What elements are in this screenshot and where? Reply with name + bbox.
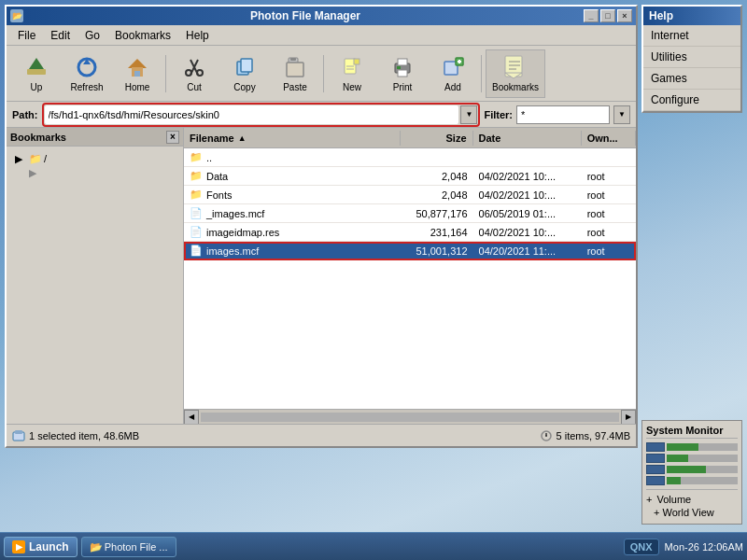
- table-row[interactable]: 📄 _images.mcf 50,877,176 06/05/2019 01:.…: [184, 204, 636, 223]
- taskbar-clock: Mon-26 12:06AM: [665, 541, 743, 553]
- scroll-left-button[interactable]: ◀: [184, 410, 199, 425]
- file-cell-date: 04/02/2021 10:...: [473, 225, 582, 240]
- scroll-right-button[interactable]: ▶: [621, 410, 636, 425]
- close-button[interactable]: ×: [617, 9, 632, 22]
- copy-icon: [232, 54, 258, 80]
- help-item-configure[interactable]: Configure: [643, 90, 740, 111]
- sys-bar-fill-3: [667, 466, 706, 473]
- svg-marker-5: [128, 59, 147, 68]
- sort-arrow-icon: ▲: [238, 133, 247, 143]
- launch-button[interactable]: ▶ Launch: [4, 537, 78, 557]
- col-header-date[interactable]: Date: [473, 131, 582, 146]
- cut-label: Cut: [187, 82, 202, 92]
- svg-rect-24: [398, 70, 407, 77]
- menu-bookmarks[interactable]: Bookmarks: [107, 27, 178, 44]
- status-left: 1 selected item, 48.6MB: [12, 429, 139, 442]
- photon-file-icon: 📂: [90, 541, 101, 553]
- sys-bar-track-2: [667, 455, 738, 462]
- qnx-label: QNX: [630, 541, 653, 553]
- toolbar-add-button[interactable]: Add: [429, 49, 477, 98]
- svg-rect-15: [287, 63, 303, 77]
- home-label: Home: [125, 82, 150, 92]
- file-cell-name: 📁 Fonts: [184, 187, 401, 203]
- horizontal-scrollbar[interactable]: ◀ ▶: [184, 409, 636, 424]
- toolbar-refresh-button[interactable]: Refresh: [63, 49, 111, 98]
- table-row[interactable]: 📁 ..: [184, 148, 636, 167]
- app-icon: 📂: [10, 9, 23, 22]
- menu-bar: File Edit Go Bookmarks Help: [7, 25, 636, 46]
- launch-label: Launch: [29, 540, 69, 553]
- svg-rect-36: [15, 430, 22, 434]
- status-left-icon: [12, 429, 25, 442]
- menu-file[interactable]: File: [10, 27, 43, 44]
- help-item-internet[interactable]: Internet: [643, 25, 740, 47]
- file-icon: 📄: [190, 245, 203, 258]
- table-row[interactable]: 📄 images.mcf 51,001,312 04/20/2021 11:..…: [184, 242, 636, 260]
- file-list-area: Filename ▲ Size Date Own... 📁: [184, 128, 636, 424]
- system-monitor-title: System Monitor: [646, 425, 738, 439]
- sys-bar-row-4: [646, 476, 738, 485]
- path-input[interactable]: [45, 105, 459, 124]
- file-cell-size: 50,877,176: [401, 206, 473, 221]
- menu-go[interactable]: Go: [78, 27, 107, 44]
- date-col-label: Date: [479, 133, 501, 144]
- photon-file-taskbar-item[interactable]: 📂 Photon File ...: [81, 537, 176, 557]
- window-title: Photon File Manager: [27, 9, 584, 22]
- toolbar-cut-button[interactable]: Cut: [170, 49, 218, 98]
- toolbar-paste-button[interactable]: Paste: [271, 49, 319, 98]
- copy-label: Copy: [233, 82, 255, 92]
- world-view-item[interactable]: + World View: [646, 505, 738, 520]
- col-header-size[interactable]: Size: [401, 131, 473, 146]
- cursor-indicator: ▶: [10, 167, 179, 179]
- bookmarks-icon: [502, 54, 529, 80]
- toolbar-copy-button[interactable]: Copy: [220, 49, 269, 98]
- file-cell-name: 📄 images.mcf: [184, 243, 401, 259]
- help-item-games[interactable]: Games: [643, 68, 740, 90]
- file-icon: 📄: [190, 226, 203, 239]
- toolbar-print-button[interactable]: Print: [378, 49, 427, 98]
- file-cell-date: 04/02/2021 10:...: [473, 169, 582, 184]
- maximize-button[interactable]: □: [600, 9, 615, 22]
- minimize-button[interactable]: _: [584, 9, 599, 22]
- sys-bar-row-1: [646, 442, 738, 452]
- toolbar-new-button[interactable]: New: [328, 49, 376, 98]
- menu-help[interactable]: Help: [178, 27, 217, 44]
- filter-input[interactable]: [516, 105, 610, 124]
- toolbar-bookmarks-button[interactable]: Bookmarks: [486, 49, 545, 98]
- col-header-owner[interactable]: Own...: [582, 131, 636, 146]
- toolbar: Up Refresh Home: [7, 46, 636, 102]
- bookmarks-label: Bookmarks: [492, 82, 539, 92]
- sys-bar-label-4: [646, 476, 665, 485]
- toolbar-up-button[interactable]: Up: [12, 49, 61, 98]
- up-icon: [23, 54, 49, 80]
- bookmarks-close-button[interactable]: ×: [166, 131, 179, 144]
- filter-dropdown[interactable]: ▼: [613, 105, 630, 124]
- sys-bar-row-3: [646, 465, 738, 474]
- scroll-track[interactable]: [201, 413, 619, 422]
- toolbar-home-button[interactable]: Home: [113, 49, 162, 98]
- bookmark-label: /: [44, 153, 47, 164]
- up-label: Up: [31, 82, 43, 92]
- taskbar: ▶ Launch 📂 Photon File ... QNX Mon-26 12…: [0, 532, 747, 560]
- paste-icon: [282, 54, 308, 80]
- table-row[interactable]: 📁 Fonts 2,048 04/02/2021 10:... root: [184, 186, 636, 204]
- bookmark-item-root[interactable]: ▶ 📁 /: [10, 150, 179, 167]
- menu-edit[interactable]: Edit: [43, 27, 78, 44]
- table-row[interactable]: 📁 Data 2,048 04/02/2021 10:... root: [184, 167, 636, 186]
- help-item-utilities[interactable]: Utilities: [643, 47, 740, 68]
- refresh-label: Refresh: [70, 82, 103, 92]
- path-dropdown[interactable]: ▼: [460, 105, 477, 124]
- table-row[interactable]: 📄 imageidmap.res 231,164 04/02/2021 10:.…: [184, 223, 636, 242]
- sys-bar-row-2: [646, 454, 738, 463]
- file-list-body[interactable]: 📁 .. 📁 Data 2,048 04/02/2021 10:... ro: [184, 148, 636, 409]
- file-cell-owner: root: [582, 225, 636, 240]
- status-right-icon: [540, 429, 553, 442]
- file-cell-owner: root: [582, 169, 636, 184]
- file-cell-size: 51,001,312: [401, 244, 473, 259]
- system-monitor: System Monitor + Volume + World View: [641, 420, 742, 525]
- file-cell-size: 2,048: [401, 188, 473, 203]
- file-cell-owner: root: [582, 244, 636, 259]
- col-header-filename[interactable]: Filename ▲: [184, 131, 401, 146]
- svg-rect-25: [397, 66, 401, 69]
- file-list-header: Filename ▲ Size Date Own...: [184, 128, 636, 148]
